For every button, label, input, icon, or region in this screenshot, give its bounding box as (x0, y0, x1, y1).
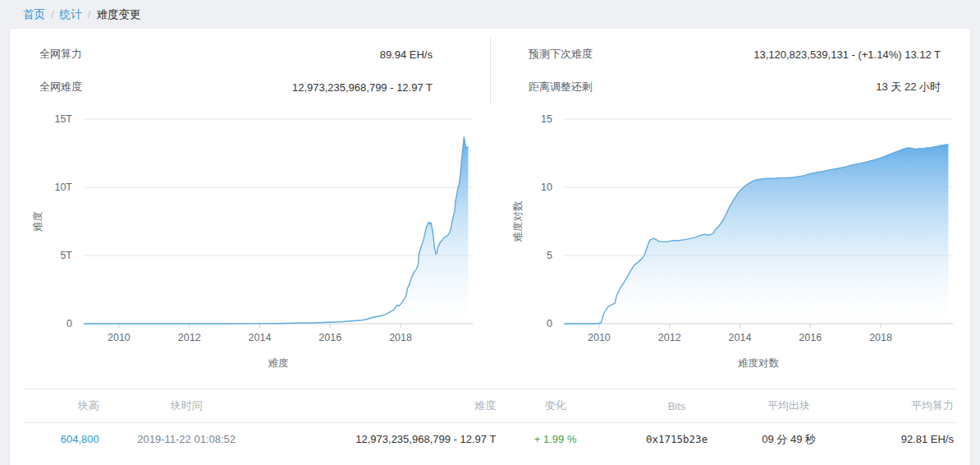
table-header-row: 块高 块时间 难度 变化 Bits 平均出块 平均算力 (23, 389, 957, 423)
svg-text:2018: 2018 (869, 332, 892, 343)
stats-col-left: 全网算力 89.94 EH/s 全网难度 12,973,235,968,799 … (10, 38, 490, 104)
difficulty-log-chart[interactable]: 05101520102012201420162018难度对数难度对数 (490, 109, 970, 380)
breadcrumb-separator: / (88, 8, 91, 21)
svg-text:难度: 难度 (32, 211, 44, 232)
svg-text:难度对数: 难度对数 (737, 357, 780, 369)
breadcrumb-link-home[interactable]: 首页 (23, 8, 45, 21)
header-bits: Bits (611, 389, 742, 423)
svg-text:2016: 2016 (799, 332, 822, 343)
difficulty-log-chart-canvas[interactable]: 05101520102012201420162018难度对数难度对数 (490, 109, 970, 380)
table-row: 604,800 2019-11-22 01:08:52 12,973,235,9… (23, 423, 957, 456)
main-panel: 全网算力 89.94 EH/s 全网难度 12,973,235,968,799 … (10, 29, 970, 465)
svg-text:2010: 2010 (108, 332, 131, 343)
cell-avg-hashrate: 92.81 EH/s (836, 423, 957, 456)
header-change: 变化 (499, 389, 611, 423)
stats-col-right: 预测下次难度 13,120,823,539,131 - (+1.14%) 13.… (490, 38, 970, 104)
cell-block-time: 2019-11-22 01:08:52 (103, 423, 271, 456)
stat-value: 13 天 22 小时 (876, 80, 941, 94)
svg-text:2014: 2014 (729, 332, 752, 343)
svg-text:2012: 2012 (178, 332, 201, 343)
stat-label: 全网难度 (39, 80, 82, 94)
stat-row-network-difficulty: 全网难度 12,973,235,968,799 - 12.97 T (39, 71, 433, 104)
svg-text:难度: 难度 (268, 357, 289, 369)
header-block-time: 块时间 (103, 389, 271, 423)
svg-text:0: 0 (66, 318, 72, 329)
svg-text:5T: 5T (60, 250, 72, 261)
header-avg-block-time: 平均出块 (742, 389, 836, 423)
stat-value: 12,973,235,968,799 - 12.97 T (292, 81, 433, 94)
svg-text:10T: 10T (54, 182, 72, 193)
svg-text:2014: 2014 (249, 332, 272, 343)
stat-value: 13,120,823,539,131 - (+1.14%) 13.12 T (753, 48, 941, 61)
cell-difficulty: 12,973,235,968,799 - 12.97 T (271, 423, 500, 456)
header-block-height: 块高 (23, 389, 103, 423)
breadcrumb-separator: / (51, 8, 54, 21)
svg-text:15T: 15T (54, 113, 72, 125)
header-difficulty: 难度 (271, 389, 500, 423)
difficulty-table: 块高 块时间 难度 变化 Bits 平均出块 平均算力 604,800 2019… (23, 389, 957, 456)
svg-text:5: 5 (547, 250, 552, 261)
difficulty-chart[interactable]: 05T10T15T20102012201420162018难度难度 (10, 109, 490, 380)
svg-text:2018: 2018 (389, 332, 412, 343)
stat-value: 89.94 EH/s (380, 48, 433, 61)
svg-text:2012: 2012 (658, 332, 681, 343)
stats-summary: 全网算力 89.94 EH/s 全网难度 12,973,235,968,799 … (10, 29, 970, 104)
header-avg-hashrate: 平均算力 (836, 389, 957, 423)
stat-label: 预测下次难度 (529, 47, 593, 62)
svg-text:15: 15 (541, 113, 552, 125)
stat-label: 距离调整还剩 (529, 80, 593, 94)
difficulty-chart-canvas[interactable]: 05T10T15T20102012201420162018难度难度 (10, 109, 490, 380)
svg-text:2010: 2010 (588, 332, 611, 343)
svg-text:10: 10 (541, 182, 552, 193)
breadcrumb: 首页/统计/难度变更 (0, 0, 980, 29)
cell-bits: 0x1715b23e (611, 423, 742, 456)
cell-change: + 1.99 % (499, 423, 611, 456)
svg-text:0: 0 (547, 318, 552, 329)
stat-row-predicted-next-difficulty: 预测下次难度 13,120,823,539,131 - (+1.14%) 13.… (529, 38, 941, 71)
cell-avg-block-time: 09 分 49 秒 (742, 423, 836, 456)
stat-row-time-to-adjustment: 距离调整还剩 13 天 22 小时 (529, 71, 941, 104)
charts-row: 05T10T15T20102012201420162018难度难度 051015… (10, 109, 970, 380)
svg-text:难度对数: 难度对数 (512, 200, 524, 243)
stat-row-network-hashrate: 全网算力 89.94 EH/s (39, 38, 433, 71)
breadcrumb-link-statistics[interactable]: 统计 (60, 8, 82, 21)
svg-text:2016: 2016 (318, 332, 341, 343)
block-height-link[interactable]: 604,800 (61, 433, 99, 445)
stat-label: 全网算力 (39, 47, 82, 62)
breadcrumb-current-page: 难度变更 (97, 8, 141, 21)
